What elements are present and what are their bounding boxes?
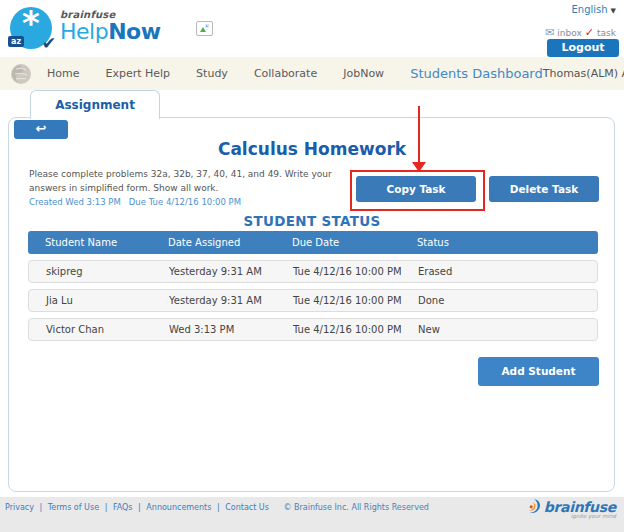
brand-text: brainfuse HelpNow — [60, 7, 161, 43]
product-name-help: Help — [60, 19, 108, 44]
nav-item-students-dashboard[interactable]: Students Dashboard — [410, 66, 543, 81]
annotation-highlight-box — [350, 170, 485, 211]
footer-link-terms[interactable]: Terms of Use — [48, 503, 99, 512]
helpnow-logo-icon: * az ✔ — [10, 7, 52, 49]
table-header-row: Student Name Date Assigned Due Date Stat… — [28, 231, 598, 254]
cell-status: Erased — [401, 266, 597, 277]
footer-separator: | — [217, 503, 220, 512]
due-date: Due Tue 4/12/16 10:00 PM — [129, 197, 241, 207]
footer-links: Privacy | Terms of Use | FAQs | Announce… — [5, 503, 429, 512]
footer-link-announcements[interactable]: Announcements — [146, 503, 211, 512]
footer-separator: | — [138, 503, 141, 512]
language-label: English — [572, 4, 608, 15]
product-name: HelpNow — [60, 21, 161, 43]
inbox-task-status: ✉ inbox ✓ task — [545, 26, 616, 39]
nav-item-expert-help[interactable]: Expert Help — [105, 67, 170, 80]
cell-student-name: skipreg — [29, 266, 152, 277]
user-menu[interactable]: Thomas(ALM) A▼ — [543, 67, 624, 80]
footer-brainfuse-logo: brainfuse ignite your mind — [527, 499, 616, 519]
brain-icon — [10, 63, 32, 85]
footer-link-contact[interactable]: Contact Us — [225, 503, 269, 512]
checkmark-icon: ✔ — [42, 33, 56, 53]
cell-date-assigned: Yesterday 9:31 AM — [152, 295, 276, 306]
footer-separator: | — [105, 503, 108, 512]
back-arrow-icon: ↩ — [36, 121, 47, 136]
col-student-name: Student Name — [28, 237, 151, 248]
created-date: Created Wed 3:13 PM — [29, 197, 121, 207]
add-student-button[interactable]: Add Student — [478, 357, 599, 386]
footer-link-privacy[interactable]: Privacy — [5, 503, 34, 512]
delete-task-button[interactable]: Delete Task — [489, 176, 599, 202]
broken-image-icon — [196, 21, 213, 36]
copyright-text: © Brainfuse Inc. All Rights Reserved — [283, 503, 428, 512]
tab-assignment[interactable]: Assignment — [30, 90, 160, 119]
az-badge: az — [8, 36, 24, 47]
product-name-now: Now — [108, 19, 160, 44]
cell-due-date: Tue 4/12/16 10:00 PM — [276, 266, 401, 277]
col-status: Status — [400, 237, 598, 248]
annotation-arrow-head — [412, 162, 426, 172]
footer-link-faqs[interactable]: FAQs — [113, 503, 133, 512]
assignment-instructions: Please complete problems 32a, 32b, 37, 4… — [29, 168, 361, 196]
brainfuse-swirl-icon — [527, 499, 541, 515]
task-link[interactable]: task — [597, 28, 616, 38]
col-date-assigned: Date Assigned — [151, 237, 275, 248]
student-status-table: Student Name Date Assigned Due Date Stat… — [28, 231, 598, 341]
cell-student-name: Jia Lu — [29, 295, 152, 306]
language-dropdown[interactable]: English▼ — [572, 4, 617, 15]
envelope-icon: ✉ — [545, 26, 554, 39]
nav-item-study[interactable]: Study — [196, 67, 228, 80]
nav-item-jobnow[interactable]: JobNow — [343, 67, 384, 80]
cell-status: New — [401, 324, 597, 335]
page-footer: Privacy | Terms of Use | FAQs | Announce… — [0, 497, 624, 532]
nav-item-collaborate[interactable]: Collaborate — [254, 67, 317, 80]
assignment-dates: Created Wed 3:13 PMDue Tue 4/12/16 10:00… — [29, 197, 249, 207]
task-check-icon: ✓ — [585, 26, 594, 39]
footer-separator: | — [40, 503, 43, 512]
nav-item-home[interactable]: Home — [47, 67, 79, 80]
table-row[interactable]: Jia Lu Yesterday 9:31 AM Tue 4/12/16 10:… — [28, 289, 598, 312]
top-header: * az ✔ brainfuse HelpNow English▼ ✉ inbo… — [0, 0, 624, 57]
user-name: Thomas(ALM) A — [543, 67, 624, 80]
student-status-heading: STUDENT STATUS — [0, 213, 624, 229]
cell-date-assigned: Wed 3:13 PM — [152, 324, 276, 335]
cell-status: Done — [401, 295, 597, 306]
annotation-arrow-line — [418, 106, 420, 163]
back-button[interactable]: ↩ — [14, 120, 68, 139]
chevron-down-icon: ▼ — [611, 7, 616, 15]
logout-button[interactable]: Logout — [547, 39, 619, 57]
cell-student-name: Victor Chan — [29, 324, 152, 335]
main-nav: Home Expert Help Study Collaborate JobNo… — [0, 57, 624, 90]
cell-due-date: Tue 4/12/16 10:00 PM — [276, 295, 401, 306]
cell-due-date: Tue 4/12/16 10:00 PM — [276, 324, 401, 335]
students-dashboard-page: * az ✔ brainfuse HelpNow English▼ ✉ inbo… — [0, 0, 624, 532]
table-row[interactable]: Victor Chan Wed 3:13 PM Tue 4/12/16 10:0… — [28, 318, 598, 341]
cell-date-assigned: Yesterday 9:31 AM — [152, 266, 276, 277]
page-title: Calculus Homework — [0, 139, 624, 159]
inbox-link[interactable]: inbox — [557, 28, 581, 38]
nav-items: Home Expert Help Study Collaborate JobNo… — [47, 66, 543, 81]
table-row[interactable]: skipreg Yesterday 9:31 AM Tue 4/12/16 10… — [28, 260, 598, 283]
col-due-date: Due Date — [275, 237, 400, 248]
helpnow-logo[interactable]: * az ✔ brainfuse HelpNow — [10, 7, 161, 49]
